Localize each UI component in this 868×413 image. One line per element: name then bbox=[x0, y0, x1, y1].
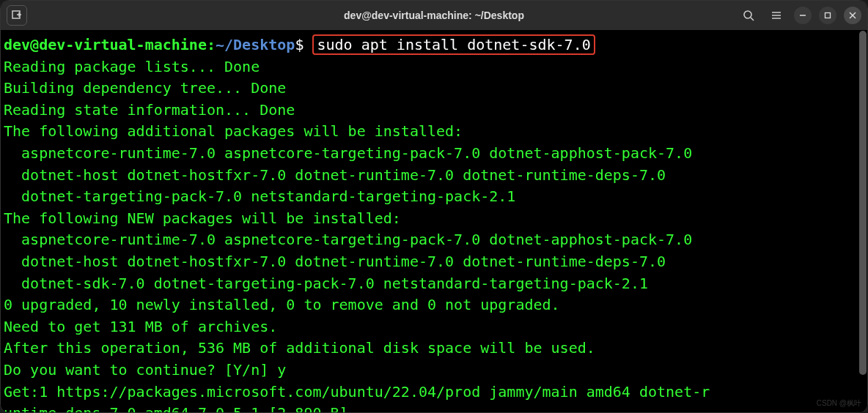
output-line: Reading package lists... Done bbox=[4, 58, 260, 75]
output-line: dotnet-host dotnet-hostfxr-7.0 dotnet-ru… bbox=[4, 253, 666, 270]
svg-line-4 bbox=[751, 18, 754, 21]
close-icon bbox=[849, 12, 856, 19]
search-button[interactable] bbox=[738, 5, 759, 26]
hamburger-icon bbox=[770, 10, 782, 21]
maximize-icon bbox=[824, 12, 831, 19]
new-tab-icon bbox=[12, 10, 22, 21]
output-line: Need to get 131 MB of archives. bbox=[4, 318, 277, 335]
maximize-button[interactable] bbox=[819, 7, 836, 24]
terminal-window: dev@dev-virtual-machine: ~/Desktop bbox=[0, 0, 868, 413]
search-icon bbox=[743, 10, 754, 21]
output-line: The following additional packages will b… bbox=[4, 122, 463, 140]
watermark: CSDN @枫叶 bbox=[817, 398, 861, 409]
minimize-button[interactable] bbox=[794, 7, 812, 24]
close-button[interactable] bbox=[844, 7, 861, 24]
output-line: The following NEW packages will be insta… bbox=[4, 209, 401, 227]
prompt-colon: : bbox=[207, 36, 216, 53]
terminal-output-area[interactable]: dev@dev-virtual-machine:~/Desktop$ sudo … bbox=[1, 30, 867, 412]
scrollbar[interactable] bbox=[859, 31, 867, 404]
output-line: 0 upgraded, 10 newly installed, 0 to rem… bbox=[4, 296, 560, 313]
output-line: Do you want to continue? [Y/n] y bbox=[4, 361, 286, 379]
window-title: dev@dev-virtual-machine: ~/Desktop bbox=[153, 10, 715, 21]
output-line: aspnetcore-runtime-7.0 aspnetcore-target… bbox=[4, 231, 692, 248]
svg-point-3 bbox=[744, 11, 751, 18]
menu-button[interactable] bbox=[766, 5, 787, 26]
output-line: Get:1 https://packages.microsoft.com/ubu… bbox=[4, 383, 710, 401]
output-line: aspnetcore-runtime-7.0 aspnetcore-target… bbox=[4, 144, 692, 162]
new-tab-button[interactable] bbox=[7, 5, 27, 26]
output-line: untime-deps-7.0 amd64 7.0.5-1 [2,890 B] bbox=[4, 404, 348, 412]
titlebar-right bbox=[715, 5, 861, 26]
titlebar-left bbox=[7, 5, 153, 26]
output-line: dotnet-sdk-7.0 dotnet-targeting-pack-7.0… bbox=[4, 275, 648, 292]
command-highlight: sudo apt install dotnet-sdk-7.0 bbox=[312, 34, 595, 55]
output-line: After this operation, 536 MB of addition… bbox=[4, 339, 595, 357]
minimize-icon bbox=[799, 12, 806, 19]
output-line: dotnet-targeting-pack-7.0 netstandard-ta… bbox=[4, 187, 515, 205]
scrollbar-thumb[interactable] bbox=[859, 31, 867, 375]
prompt-user-host: dev@dev-virtual-machine bbox=[4, 36, 207, 53]
prompt-path: ~/Desktop bbox=[216, 36, 295, 53]
titlebar: dev@dev-virtual-machine: ~/Desktop bbox=[1, 1, 867, 30]
output-line: Reading state information... Done bbox=[4, 101, 295, 119]
svg-rect-9 bbox=[825, 13, 831, 18]
output-line: Building dependency tree... Done bbox=[4, 79, 286, 97]
prompt-dollar: $ bbox=[295, 36, 304, 53]
output-line: dotnet-host dotnet-hostfxr-7.0 dotnet-ru… bbox=[4, 166, 666, 184]
